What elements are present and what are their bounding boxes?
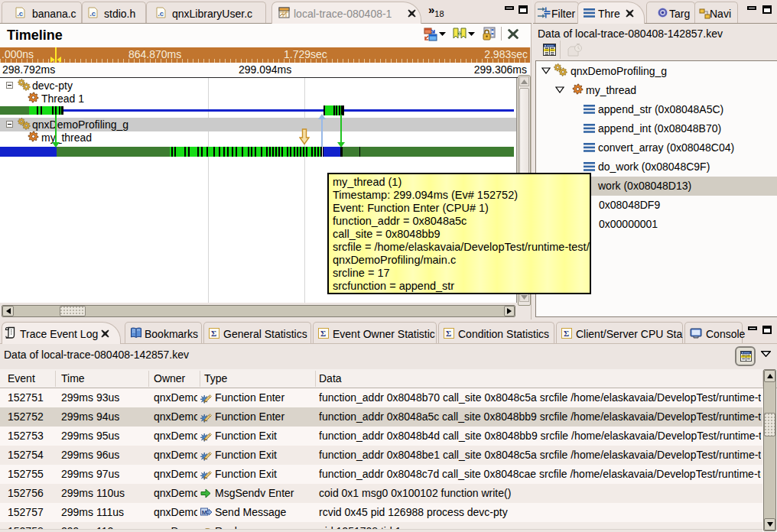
svg-text:.c: .c [89,9,96,18]
svg-text:Σ: Σ [320,329,326,338]
svg-text:.c: .c [158,9,164,18]
svg-text:Σ: Σ [211,329,216,338]
svg-text:.c: .c [17,9,23,18]
svg-text:Σ: Σ [446,329,451,338]
svg-text:Σ: Σ [564,329,569,338]
